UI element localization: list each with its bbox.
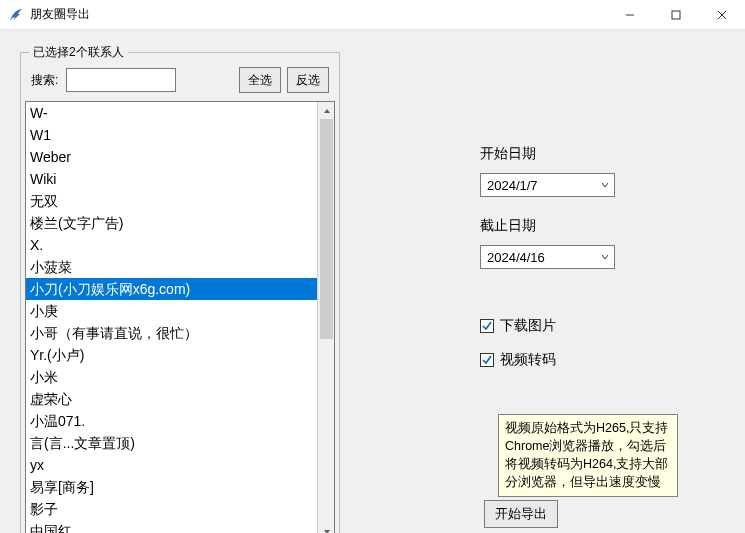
client-area: 已选择2个联系人 搜索: 全选 反选 W-W1WeberWiki无双楼兰(文字广… [0, 30, 745, 533]
start-date-label: 开始日期 [480, 145, 710, 163]
start-date-value: 2024/1/7 [481, 178, 596, 193]
list-item[interactable]: Weber [26, 146, 317, 168]
search-input[interactable] [66, 68, 176, 92]
close-button[interactable] [699, 0, 745, 30]
list-item[interactable]: 易享[商务] [26, 476, 317, 498]
video-transcode-label: 视频转码 [500, 351, 556, 369]
download-images-checkbox[interactable]: 下载图片 [480, 317, 710, 335]
invert-selection-button[interactable]: 反选 [287, 67, 329, 93]
video-transcode-tooltip: 视频原始格式为H265,只支持Chrome浏览器播放，勾选后将视频转码为H264… [498, 414, 678, 497]
list-item[interactable]: yx [26, 454, 317, 476]
end-date-value: 2024/4/16 [481, 250, 596, 265]
list-item[interactable]: 小庚 [26, 300, 317, 322]
video-transcode-checkbox[interactable]: 视频转码 [480, 351, 710, 369]
list-item[interactable]: W- [26, 102, 317, 124]
list-item[interactable]: Wiki [26, 168, 317, 190]
scroll-down-button[interactable] [318, 523, 335, 533]
list-item[interactable]: 虚荣心 [26, 388, 317, 410]
groupbox-legend: 已选择2个联系人 [29, 44, 128, 61]
checkbox-icon [480, 319, 494, 333]
list-item[interactable]: 楼兰(文字广告) [26, 212, 317, 234]
list-item[interactable]: Yr.(小卢) [26, 344, 317, 366]
end-date-label: 截止日期 [480, 217, 710, 235]
list-item[interactable]: 小刀(小刀娱乐网x6g.com) [26, 278, 317, 300]
search-row: 搜索: 全选 反选 [31, 67, 329, 93]
chevron-down-icon [596, 174, 614, 196]
list-item[interactable]: 影子 [26, 498, 317, 520]
list-item[interactable]: 小米 [26, 366, 317, 388]
search-label: 搜索: [31, 72, 58, 89]
start-date-dropdown[interactable]: 2024/1/7 [480, 173, 615, 197]
export-button[interactable]: 开始导出 [484, 500, 558, 528]
checkbox-icon [480, 353, 494, 367]
list-item[interactable]: 小菠菜 [26, 256, 317, 278]
scrollbar[interactable] [317, 102, 334, 533]
export-button-wrap: 开始导出 [484, 500, 558, 528]
contacts-groupbox: 已选择2个联系人 搜索: 全选 反选 W-W1WeberWiki无双楼兰(文字广… [20, 52, 340, 533]
titlebar: 朋友圈导出 [0, 0, 745, 30]
list-item[interactable]: X. [26, 234, 317, 256]
scroll-thumb[interactable] [320, 119, 333, 339]
window-title: 朋友圈导出 [30, 6, 90, 23]
options-pane: 开始日期 2024/1/7 截止日期 2024/4/16 下载图片 视频 [480, 145, 710, 385]
app-icon [8, 7, 24, 23]
maximize-button[interactable] [653, 0, 699, 30]
end-date-dropdown[interactable]: 2024/4/16 [480, 245, 615, 269]
list-item[interactable]: 小温071. [26, 410, 317, 432]
scroll-up-button[interactable] [318, 102, 335, 119]
list-item[interactable]: 无双 [26, 190, 317, 212]
list-item[interactable]: 中国红 [26, 520, 317, 533]
chevron-down-icon [596, 246, 614, 268]
download-images-label: 下载图片 [500, 317, 556, 335]
contacts-listbox[interactable]: W-W1WeberWiki无双楼兰(文字广告)X.小菠菜小刀(小刀娱乐网x6g.… [25, 101, 335, 533]
list-item[interactable]: 小哥（有事请直说，很忙） [26, 322, 317, 344]
list-item[interactable]: W1 [26, 124, 317, 146]
minimize-button[interactable] [607, 0, 653, 30]
list-item[interactable]: 言(言...文章置顶) [26, 432, 317, 454]
select-all-button[interactable]: 全选 [239, 67, 281, 93]
svg-rect-1 [672, 11, 680, 19]
